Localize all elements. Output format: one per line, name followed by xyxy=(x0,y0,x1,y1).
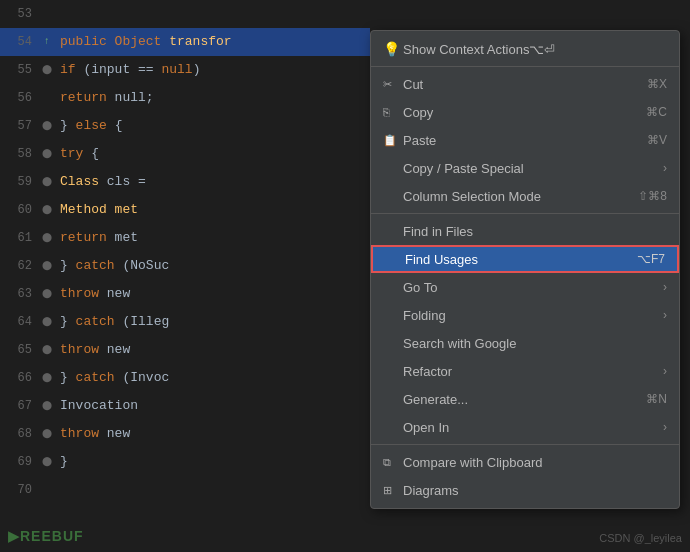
menu-item-label: Find Usages xyxy=(405,252,629,267)
line-number: 55 xyxy=(0,56,38,84)
menu-item-label: Refactor xyxy=(403,364,663,379)
line-gutter-icon: ⬤ xyxy=(38,336,56,364)
menu-item-label: Cut xyxy=(403,77,639,92)
line-text: return null; xyxy=(56,84,370,112)
menu-item-icon: ⊞ xyxy=(383,484,403,497)
line-text: } xyxy=(56,448,370,476)
menu-item-label: Folding xyxy=(403,308,663,323)
menu-item-paste[interactable]: 📋Paste⌘V xyxy=(371,126,679,154)
code-line: 62⬤ } catch (NoSuc xyxy=(0,252,370,280)
menu-item-refactor[interactable]: Refactor› xyxy=(371,357,679,385)
bulb-icon: 💡 xyxy=(383,41,403,57)
menu-separator xyxy=(371,444,679,445)
line-text: Invocation xyxy=(56,392,370,420)
line-gutter-icon: ⬤ xyxy=(38,420,56,448)
line-text: } catch (NoSuc xyxy=(56,252,370,280)
line-number: 59 xyxy=(0,168,38,196)
menu-item-find-in-files[interactable]: Find in Files xyxy=(371,217,679,245)
line-text: Class cls = xyxy=(56,168,370,196)
code-line: 55⬤ if (input == null) xyxy=(0,56,370,84)
code-line: 68⬤ throw new xyxy=(0,420,370,448)
code-line: 65⬤ throw new xyxy=(0,336,370,364)
line-text: try { xyxy=(56,140,370,168)
menu-item-search-with-google[interactable]: Search with Google xyxy=(371,329,679,357)
menu-item-shortcut: ⇧⌘8 xyxy=(638,189,667,203)
menu-item-label: Generate... xyxy=(403,392,638,407)
menu-item-arrow: › xyxy=(663,308,667,322)
code-line: 70 xyxy=(0,476,370,504)
line-gutter-icon: ⬤ xyxy=(38,308,56,336)
menu-item-icon: ⎘ xyxy=(383,106,403,118)
line-number: 66 xyxy=(0,364,38,392)
menu-item-column-selection-mode[interactable]: Column Selection Mode⇧⌘8 xyxy=(371,182,679,210)
menu-item-find-usages[interactable]: Find Usages⌥F7 xyxy=(371,245,679,273)
line-gutter-icon: ⬤ xyxy=(38,224,56,252)
menu-item-go-to[interactable]: Go To› xyxy=(371,273,679,301)
menu-item-arrow: › xyxy=(663,420,667,434)
line-number: 65 xyxy=(0,336,38,364)
line-gutter-icon: ⬤ xyxy=(38,448,56,476)
code-line: 59⬤ Class cls = xyxy=(0,168,370,196)
menu-item-arrow: › xyxy=(663,364,667,378)
code-line: 63⬤ throw new xyxy=(0,280,370,308)
line-number: 70 xyxy=(0,476,38,504)
code-line: 66⬤ } catch (Invoc xyxy=(0,364,370,392)
code-line: 64⬤ } catch (Illeg xyxy=(0,308,370,336)
line-number: 64 xyxy=(0,308,38,336)
line-text: } else { xyxy=(56,112,370,140)
line-number: 56 xyxy=(0,84,38,112)
menu-item-show-context-actions[interactable]: 💡Show Context Actions⌥⏎ xyxy=(371,35,679,63)
menu-item-shortcut: ⌥F7 xyxy=(637,252,665,266)
menu-item-copy[interactable]: ⎘Copy⌘C xyxy=(371,98,679,126)
line-gutter-icon: ↑ xyxy=(38,28,56,56)
line-number: 58 xyxy=(0,140,38,168)
menu-item-label: Compare with Clipboard xyxy=(403,455,667,470)
code-line: 67⬤ Invocation xyxy=(0,392,370,420)
line-gutter-icon: ⬤ xyxy=(38,392,56,420)
line-number: 60 xyxy=(0,196,38,224)
line-number: 69 xyxy=(0,448,38,476)
menu-item-shortcut: ⌥⏎ xyxy=(529,42,555,57)
watermark: ▶REEBUF xyxy=(8,528,84,544)
line-text: } catch (Illeg xyxy=(56,308,370,336)
menu-item-generate[interactable]: Generate...⌘N xyxy=(371,385,679,413)
menu-item-cut[interactable]: ✂Cut⌘X xyxy=(371,70,679,98)
line-number: 67 xyxy=(0,392,38,420)
line-number: 57 xyxy=(0,112,38,140)
menu-item-open-in[interactable]: Open In› xyxy=(371,413,679,441)
line-number: 61 xyxy=(0,224,38,252)
menu-separator xyxy=(371,213,679,214)
line-text: public Object transfor xyxy=(56,28,370,56)
menu-item-copy-paste-special[interactable]: Copy / Paste Special› xyxy=(371,154,679,182)
menu-item-arrow: › xyxy=(663,161,667,175)
code-line: 60⬤ Method met xyxy=(0,196,370,224)
code-line: 54↑ public Object transfor xyxy=(0,28,370,56)
line-number: 68 xyxy=(0,420,38,448)
menu-item-icon: ⧉ xyxy=(383,456,403,469)
menu-item-diagrams[interactable]: ⊞Diagrams xyxy=(371,476,679,504)
menu-item-shortcut: ⌘V xyxy=(647,133,667,147)
menu-item-compare-with-clipboard[interactable]: ⧉Compare with Clipboard xyxy=(371,448,679,476)
menu-item-shortcut: ⌘C xyxy=(646,105,667,119)
line-text: throw new xyxy=(56,336,370,364)
code-editor: 5354↑ public Object transfor55⬤ if (inpu… xyxy=(0,0,370,552)
line-gutter-icon: ⬤ xyxy=(38,56,56,84)
menu-item-label: Column Selection Mode xyxy=(403,189,630,204)
line-number: 62 xyxy=(0,252,38,280)
menu-item-label: Show Context Actions xyxy=(403,42,529,57)
line-text: Method met xyxy=(56,196,370,224)
line-number: 63 xyxy=(0,280,38,308)
line-gutter-icon: ⬤ xyxy=(38,112,56,140)
menu-item-label: Diagrams xyxy=(403,483,667,498)
menu-item-icon: 📋 xyxy=(383,134,403,147)
line-number: 54 xyxy=(0,28,38,56)
menu-item-folding[interactable]: Folding› xyxy=(371,301,679,329)
menu-item-label: Open In xyxy=(403,420,663,435)
context-menu: 💡Show Context Actions⌥⏎✂Cut⌘X⎘Copy⌘C📋Pas… xyxy=(370,30,680,509)
menu-item-shortcut: ⌘N xyxy=(646,392,667,406)
line-text: throw new xyxy=(56,280,370,308)
line-gutter-icon: ⬤ xyxy=(38,140,56,168)
line-text: if (input == null) xyxy=(56,56,370,84)
line-text: return met xyxy=(56,224,370,252)
line-text: throw new xyxy=(56,420,370,448)
